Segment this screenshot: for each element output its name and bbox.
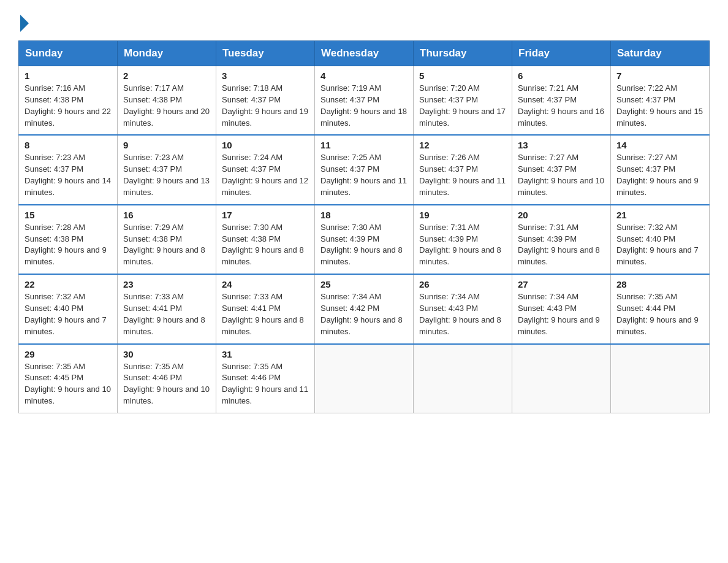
- day-number: 11: [320, 140, 408, 150]
- day-info: Sunrise: 7:35 AMSunset: 4:45 PMDaylight:…: [25, 362, 111, 406]
- day-info: Sunrise: 7:28 AMSunset: 4:38 PMDaylight:…: [25, 223, 107, 267]
- calendar-day-cell: [315, 344, 414, 413]
- calendar-day-cell: 16 Sunrise: 7:29 AMSunset: 4:38 PMDaylig…: [118, 205, 216, 274]
- calendar-day-cell: 13 Sunrise: 7:27 AMSunset: 4:37 PMDaylig…: [512, 135, 611, 204]
- day-number: 19: [419, 210, 506, 220]
- calendar-day-cell: 30 Sunrise: 7:35 AMSunset: 4:46 PMDaylig…: [118, 344, 216, 413]
- day-number: 28: [616, 279, 703, 289]
- calendar-day-cell: 23 Sunrise: 7:33 AMSunset: 4:41 PMDaylig…: [118, 274, 216, 343]
- day-number: 13: [518, 140, 605, 150]
- day-info: Sunrise: 7:21 AMSunset: 4:37 PMDaylight:…: [518, 83, 604, 128]
- day-info: Sunrise: 7:27 AMSunset: 4:37 PMDaylight:…: [518, 153, 604, 197]
- day-number: 23: [123, 279, 210, 289]
- calendar-day-cell: 11 Sunrise: 7:25 AMSunset: 4:37 PMDaylig…: [315, 135, 414, 204]
- day-number: 24: [222, 279, 309, 289]
- day-info: Sunrise: 7:33 AMSunset: 4:41 PMDaylight:…: [123, 292, 205, 336]
- day-number: 4: [320, 71, 408, 81]
- calendar-day-cell: 4 Sunrise: 7:19 AMSunset: 4:37 PMDayligh…: [315, 66, 414, 136]
- day-number: 14: [616, 140, 703, 150]
- calendar-day-cell: 9 Sunrise: 7:23 AMSunset: 4:37 PMDayligh…: [118, 135, 216, 204]
- calendar-day-cell: 14 Sunrise: 7:27 AMSunset: 4:37 PMDaylig…: [611, 135, 710, 204]
- day-info: Sunrise: 7:32 AMSunset: 4:40 PMDaylight:…: [616, 223, 699, 267]
- calendar-day-cell: 12 Sunrise: 7:26 AMSunset: 4:37 PMDaylig…: [414, 135, 512, 204]
- calendar-day-cell: 21 Sunrise: 7:32 AMSunset: 4:40 PMDaylig…: [611, 205, 710, 274]
- calendar-day-cell: 26 Sunrise: 7:34 AMSunset: 4:43 PMDaylig…: [414, 274, 512, 343]
- calendar-day-cell: 15 Sunrise: 7:28 AMSunset: 4:38 PMDaylig…: [19, 205, 118, 274]
- day-info: Sunrise: 7:33 AMSunset: 4:41 PMDaylight:…: [222, 292, 304, 336]
- calendar-day-cell: [512, 344, 611, 413]
- day-number: 1: [25, 71, 112, 81]
- day-info: Sunrise: 7:18 AMSunset: 4:37 PMDaylight:…: [222, 83, 308, 128]
- calendar-day-cell: 3 Sunrise: 7:18 AMSunset: 4:37 PMDayligh…: [216, 66, 315, 136]
- calendar-day-cell: 17 Sunrise: 7:30 AMSunset: 4:38 PMDaylig…: [216, 205, 315, 274]
- calendar-day-cell: 18 Sunrise: 7:30 AMSunset: 4:39 PMDaylig…: [315, 205, 414, 274]
- day-number: 16: [123, 210, 210, 220]
- day-number: 10: [222, 140, 309, 150]
- day-info: Sunrise: 7:34 AMSunset: 4:43 PMDaylight:…: [419, 292, 501, 336]
- day-number: 20: [518, 210, 605, 220]
- calendar-day-cell: 25 Sunrise: 7:34 AMSunset: 4:42 PMDaylig…: [315, 274, 414, 343]
- day-number: 2: [123, 71, 210, 81]
- calendar-day-cell: 1 Sunrise: 7:16 AMSunset: 4:38 PMDayligh…: [19, 66, 118, 136]
- day-info: Sunrise: 7:31 AMSunset: 4:39 PMDaylight:…: [518, 223, 600, 267]
- day-info: Sunrise: 7:34 AMSunset: 4:43 PMDaylight:…: [518, 292, 600, 336]
- day-info: Sunrise: 7:19 AMSunset: 4:37 PMDaylight:…: [320, 83, 407, 128]
- calendar-table: SundayMondayTuesdayWednesdayThursdayFrid…: [18, 40, 710, 413]
- day-info: Sunrise: 7:25 AMSunset: 4:37 PMDaylight:…: [320, 153, 407, 197]
- weekday-header-row: SundayMondayTuesdayWednesdayThursdayFrid…: [19, 41, 710, 66]
- calendar-week-row: 15 Sunrise: 7:28 AMSunset: 4:38 PMDaylig…: [19, 205, 710, 274]
- calendar-day-cell: 27 Sunrise: 7:34 AMSunset: 4:43 PMDaylig…: [512, 274, 611, 343]
- calendar-day-cell: 10 Sunrise: 7:24 AMSunset: 4:37 PMDaylig…: [216, 135, 315, 204]
- weekday-header-friday: Friday: [512, 41, 611, 66]
- day-info: Sunrise: 7:30 AMSunset: 4:39 PMDaylight:…: [320, 223, 403, 267]
- day-number: 22: [25, 279, 112, 289]
- day-number: 8: [25, 140, 112, 150]
- calendar-day-cell: 8 Sunrise: 7:23 AMSunset: 4:37 PMDayligh…: [19, 135, 118, 204]
- day-number: 17: [222, 210, 309, 220]
- weekday-header-saturday: Saturday: [611, 41, 710, 66]
- day-number: 15: [25, 210, 112, 220]
- calendar-day-cell: 7 Sunrise: 7:22 AMSunset: 4:37 PMDayligh…: [611, 66, 710, 136]
- day-info: Sunrise: 7:20 AMSunset: 4:37 PMDaylight:…: [419, 83, 506, 128]
- day-number: 3: [222, 71, 309, 81]
- day-info: Sunrise: 7:34 AMSunset: 4:42 PMDaylight:…: [320, 292, 403, 336]
- day-info: Sunrise: 7:35 AMSunset: 4:46 PMDaylight:…: [222, 362, 308, 406]
- logo: [18, 12, 29, 29]
- day-number: 25: [320, 279, 408, 289]
- day-number: 6: [518, 71, 605, 81]
- day-info: Sunrise: 7:23 AMSunset: 4:37 PMDaylight:…: [123, 153, 210, 197]
- day-number: 5: [419, 71, 506, 81]
- day-info: Sunrise: 7:24 AMSunset: 4:37 PMDaylight:…: [222, 153, 308, 197]
- day-number: 27: [518, 279, 605, 289]
- weekday-header-tuesday: Tuesday: [216, 41, 315, 66]
- calendar-day-cell: [611, 344, 710, 413]
- day-number: 9: [123, 140, 210, 150]
- weekday-header-sunday: Sunday: [19, 41, 118, 66]
- calendar-day-cell: 24 Sunrise: 7:33 AMSunset: 4:41 PMDaylig…: [216, 274, 315, 343]
- day-number: 18: [320, 210, 408, 220]
- day-info: Sunrise: 7:32 AMSunset: 4:40 PMDaylight:…: [25, 292, 107, 336]
- calendar-day-cell: 5 Sunrise: 7:20 AMSunset: 4:37 PMDayligh…: [414, 66, 512, 136]
- calendar-day-cell: 31 Sunrise: 7:35 AMSunset: 4:46 PMDaylig…: [216, 344, 315, 413]
- calendar-week-row: 1 Sunrise: 7:16 AMSunset: 4:38 PMDayligh…: [19, 66, 710, 136]
- day-number: 29: [25, 349, 112, 359]
- calendar-day-cell: 6 Sunrise: 7:21 AMSunset: 4:37 PMDayligh…: [512, 66, 611, 136]
- weekday-header-wednesday: Wednesday: [315, 41, 414, 66]
- calendar-day-cell: 29 Sunrise: 7:35 AMSunset: 4:45 PMDaylig…: [19, 344, 118, 413]
- day-info: Sunrise: 7:17 AMSunset: 4:38 PMDaylight:…: [123, 83, 210, 128]
- day-number: 21: [616, 210, 703, 220]
- calendar-day-cell: 20 Sunrise: 7:31 AMSunset: 4:39 PMDaylig…: [512, 205, 611, 274]
- page-header: [18, 12, 710, 29]
- day-number: 26: [419, 279, 506, 289]
- day-info: Sunrise: 7:26 AMSunset: 4:37 PMDaylight:…: [419, 153, 506, 197]
- calendar-week-row: 29 Sunrise: 7:35 AMSunset: 4:45 PMDaylig…: [19, 344, 710, 413]
- day-info: Sunrise: 7:31 AMSunset: 4:39 PMDaylight:…: [419, 223, 501, 267]
- calendar-day-cell: 2 Sunrise: 7:17 AMSunset: 4:38 PMDayligh…: [118, 66, 216, 136]
- day-number: 31: [222, 349, 309, 359]
- logo-arrow-icon: [20, 15, 29, 32]
- day-number: 12: [419, 140, 506, 150]
- day-info: Sunrise: 7:22 AMSunset: 4:37 PMDaylight:…: [616, 83, 703, 128]
- weekday-header-monday: Monday: [118, 41, 216, 66]
- calendar-week-row: 22 Sunrise: 7:32 AMSunset: 4:40 PMDaylig…: [19, 274, 710, 343]
- day-info: Sunrise: 7:23 AMSunset: 4:37 PMDaylight:…: [25, 153, 111, 197]
